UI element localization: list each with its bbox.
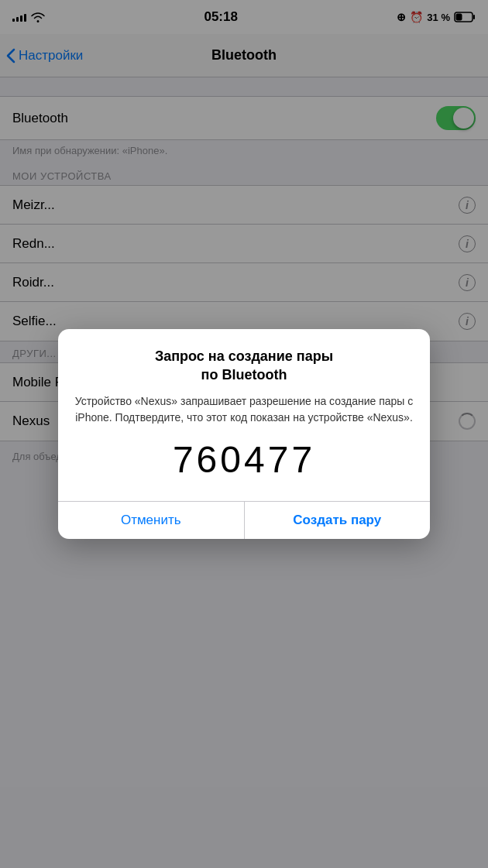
dialog-confirm-button[interactable]: Создать пару [245, 502, 431, 539]
dialog-overlay: Запрос на создание парыпо Bluetooth Устр… [0, 0, 488, 868]
dialog-cancel-button[interactable]: Отменить [58, 502, 245, 539]
dialog-actions: Отменить Создать пару [58, 501, 430, 539]
bluetooth-pair-dialog: Запрос на создание парыпо Bluetooth Устр… [58, 329, 430, 539]
dialog-pairing-code: 760477 [74, 438, 414, 481]
dialog-title: Запрос на создание парыпо Bluetooth [74, 348, 414, 384]
dialog-message: Устройство «Nexus» запрашивает разрешени… [74, 393, 414, 426]
dialog-body: Запрос на создание парыпо Bluetooth Устр… [58, 329, 430, 501]
